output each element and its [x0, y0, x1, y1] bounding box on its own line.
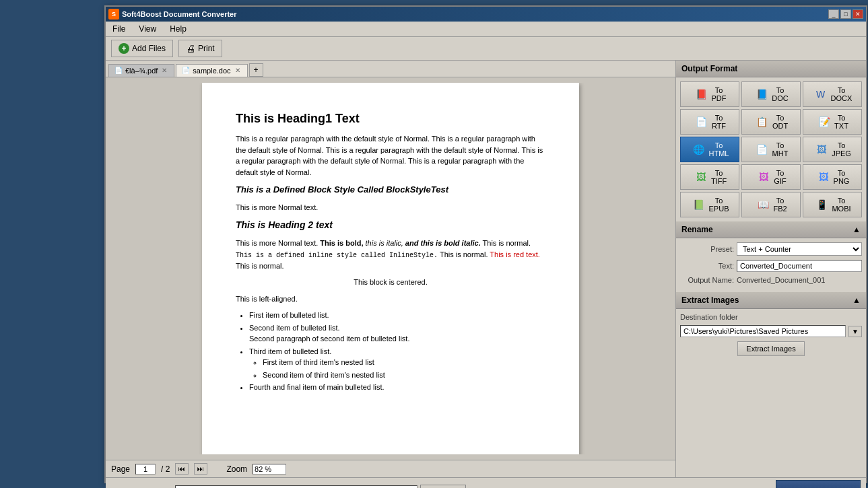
right-panel: Output Format 📕 ToPDF 📘 ToDOC W ToDOCX — [676, 61, 866, 477]
dest-label: Destination folder — [680, 313, 741, 321]
menu-file[interactable]: File — [108, 23, 129, 35]
list-item: Second item of third item's nested list — [263, 370, 545, 381]
format-txt-label: ToTXT — [834, 114, 848, 130]
format-pdf-label: ToPDF — [712, 86, 727, 102]
red-part: This is red text. — [490, 250, 540, 258]
format-jpeg-label: ToJPEG — [832, 141, 851, 158]
dest-folder-browse[interactable]: ▼ — [848, 326, 862, 337]
zoom-label: Zoom — [226, 464, 247, 474]
tab-doc[interactable]: 📄 sample.doc ✕ — [176, 64, 247, 77]
rename-scroll-up[interactable]: ▲ — [853, 225, 861, 234]
output-name-label: Output Name: — [680, 276, 734, 284]
list-item: Third item of bulleted list. First item … — [249, 346, 545, 381]
extract-scroll-up[interactable]: ▲ — [853, 295, 861, 305]
doc-scroll-area[interactable]: This is Heading1 Text This is a regular … — [111, 83, 670, 454]
page-total: / 2 — [161, 464, 170, 474]
tab-doc-close[interactable]: ✕ — [234, 67, 242, 74]
add-icon: + — [119, 43, 129, 54]
add-files-label: Add Files — [132, 44, 166, 53]
page-label: Page — [111, 464, 130, 474]
tab-bar: 📄 €là–¾.pdf ✕ 📄 sample.doc ✕ + — [106, 61, 675, 77]
docx-icon: W — [813, 86, 829, 102]
zoom-input[interactable] — [253, 464, 286, 475]
preset-select[interactable]: Text + Counter — [737, 242, 862, 256]
format-html[interactable]: 🌐 ToHTML — [680, 137, 739, 162]
format-jpeg[interactable]: 🖼 ToJPEG — [803, 137, 862, 162]
bold-part: This is bold, — [320, 239, 363, 247]
tab-doc-label: sample.doc — [193, 67, 230, 75]
format-grid: 📕 ToPDF 📘 ToDOC W ToDOCX 📄 ToRTF 📋 — [676, 77, 866, 221]
format-mobi[interactable]: 📱 ToMOBI — [803, 192, 862, 217]
nested-list: First item of third item's nested list S… — [263, 357, 545, 380]
close-button[interactable]: ✕ — [853, 9, 863, 19]
output-format-header: Output Format — [676, 61, 866, 77]
title-bar-left: S Soft4Boost Document Converter — [108, 9, 237, 20]
text-label: Text: — [680, 262, 734, 270]
main-window: S Soft4Boost Document Converter _ □ ✕ Fi… — [104, 5, 867, 483]
format-gif[interactable]: 🖼 ToGIF — [741, 164, 801, 190]
bullet-list: First item of bulleted list. Second item… — [249, 310, 545, 393]
rename-text-input[interactable] — [737, 260, 862, 272]
tiff-icon: 🖼 — [693, 169, 709, 185]
window-title: Soft4Boost Document Converter — [122, 10, 237, 18]
pdf-tab-icon: 📄 — [114, 67, 123, 74]
app-icon: S — [108, 9, 119, 20]
rtf-icon: 📄 — [694, 114, 710, 130]
extract-images-title: Extract Images — [681, 295, 739, 305]
menu-help[interactable]: Help — [166, 23, 191, 35]
heading2: This is Heading 2 text — [236, 218, 545, 232]
toolbar: + Add Files 🖨 Print — [106, 37, 866, 61]
extract-images-button[interactable]: Extract Images — [737, 341, 804, 356]
dest-folder-input[interactable] — [680, 325, 846, 337]
centered-text: This block is centered. — [236, 277, 545, 288]
tab-pdf-close[interactable]: ✕ — [160, 67, 168, 74]
format-png[interactable]: 🖼 ToPNG — [803, 164, 862, 190]
format-odt-label: ToODT — [772, 114, 788, 130]
format-fb2[interactable]: 📖 ToFB2 — [741, 192, 801, 217]
minimize-button[interactable]: _ — [828, 9, 839, 19]
menu-view[interactable]: View — [135, 23, 160, 35]
paragraph1: This is a regular paragraph with the def… — [236, 133, 545, 178]
left-panel: 📄 €là–¾.pdf ✕ 📄 sample.doc ✕ + This is H… — [106, 61, 676, 477]
png-icon: 🖼 — [815, 169, 832, 185]
normal-part3: This is normal. — [236, 262, 284, 270]
doc-page: This is Heading1 Text This is a regular … — [202, 83, 579, 454]
rename-title: Rename — [681, 225, 713, 234]
odt-icon: 📋 — [754, 114, 770, 130]
page-input[interactable] — [135, 464, 156, 475]
viewer-footer: Page / 2 ⏮ ⏭ Zoom — [106, 460, 675, 477]
convert-now-button[interactable]: Convert Now! — [776, 480, 861, 488]
add-files-button[interactable]: + Add Files — [111, 40, 173, 57]
output-dir-input[interactable] — [175, 485, 418, 489]
add-tab-button[interactable]: + — [249, 63, 263, 77]
print-button[interactable]: 🖨 Print — [178, 40, 222, 57]
format-doc[interactable]: 📘 ToDOC — [741, 81, 801, 107]
output-dir-area: Output Directory: Browse... — [111, 485, 776, 489]
last-page-button[interactable]: ⏭ — [194, 463, 207, 475]
print-label: Print — [198, 44, 215, 53]
browse-button[interactable]: Browse... — [420, 485, 466, 489]
maximize-button[interactable]: □ — [840, 9, 851, 19]
rename-section: Preset: Text + Counter Text: Output Name… — [676, 238, 866, 292]
format-mht[interactable]: 📄 ToMHT — [741, 137, 801, 162]
format-gif-label: ToGIF — [774, 169, 786, 185]
format-pdf[interactable]: 📕 ToPDF — [680, 81, 739, 107]
gif-icon: 🖼 — [756, 169, 772, 185]
format-rtf[interactable]: 📄 ToRTF — [680, 109, 739, 135]
heading1: This is Heading1 Text — [236, 110, 545, 128]
title-bar: S Soft4Boost Document Converter _ □ ✕ — [106, 7, 866, 22]
format-txt[interactable]: 📝 ToTXT — [803, 109, 862, 135]
rename-text-row: Text: — [680, 260, 862, 272]
format-tiff[interactable]: 🖼 ToTIFF — [680, 164, 739, 190]
monospace-part: This is a defined inline style called In… — [236, 252, 438, 259]
output-format-title: Output Format — [681, 64, 737, 73]
format-epub[interactable]: 📗 ToEPUB — [680, 192, 739, 217]
format-docx[interactable]: W ToDOCX — [803, 81, 862, 107]
format-odt[interactable]: 📋 ToODT — [741, 109, 801, 135]
list-item: Second item of bulleted list.Second para… — [249, 322, 545, 345]
first-page-button[interactable]: ⏮ — [175, 463, 189, 475]
bold-italic-part: and this is bold italic. — [405, 239, 481, 247]
pdf-icon: 📕 — [694, 86, 710, 102]
txt-icon: 📝 — [816, 114, 832, 130]
tab-pdf[interactable]: 📄 €là–¾.pdf ✕ — [108, 64, 174, 77]
